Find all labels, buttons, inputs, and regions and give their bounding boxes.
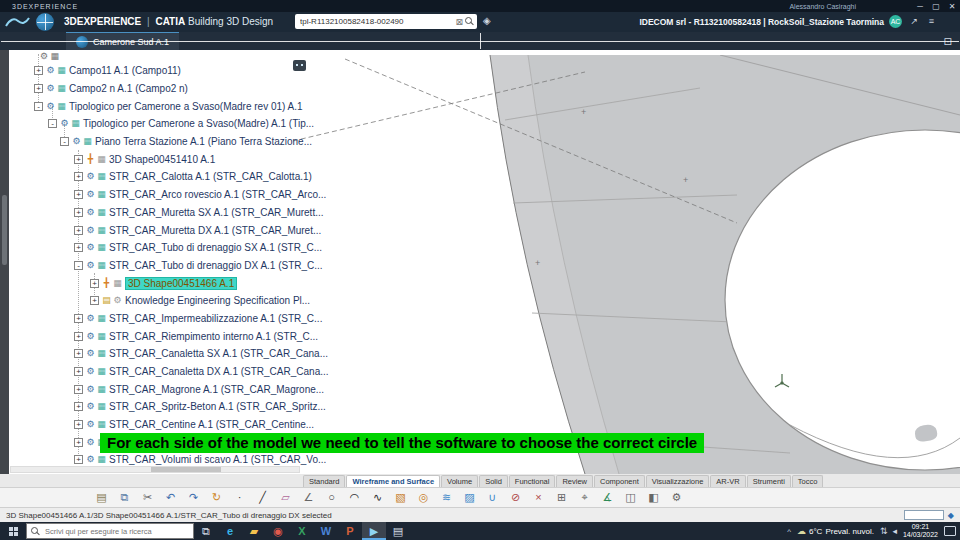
line-icon[interactable]: ╱ (251, 488, 274, 507)
weather-widget[interactable]: ☁ 6°C Preval. nuvol. (797, 526, 874, 536)
expand-toggle-icon[interactable]: - (34, 102, 43, 111)
section-icon[interactable]: ◫ (619, 488, 642, 507)
tree-item[interactable]: + ⚙ ▦ STR_CAR_Volumi di scavo A.1 (STR_C… (34, 451, 304, 469)
split-icon[interactable]: ⊘ (504, 488, 527, 507)
menu-icon[interactable]: ≡ (929, 16, 934, 26)
expand-toggle-icon[interactable]: - (60, 137, 69, 146)
expand-toggle-icon[interactable]: + (74, 349, 83, 358)
settings-icon[interactable]: ⚙ (665, 488, 688, 507)
render-mode-icon[interactable]: ◧ (642, 488, 665, 507)
tree-item[interactable]: + ⚙ ▦ Campo11 A.1 (Campo11) (34, 62, 304, 80)
tree-item[interactable]: + ⚙ ▦ STR_CAR_Riempimento interno A.1 (S… (34, 327, 304, 345)
grid-icon[interactable]: ⊞ (550, 488, 573, 507)
expand-toggle-icon[interactable]: - (74, 261, 83, 270)
hidden-icons-chevron[interactable]: ^ (787, 527, 791, 536)
compass-icon[interactable] (36, 13, 54, 31)
expand-toggle-icon[interactable]: + (74, 226, 83, 235)
tree-item[interactable]: + ⚙ ▦ STR_CAR_Canaletta SX A.1 (STR_CAR_… (34, 345, 304, 363)
circle-icon[interactable]: ○ (320, 488, 343, 507)
tree-item[interactable]: + ⚙ ▦ STR_CAR_Canaletta DX A.1 (STR_CAR_… (34, 363, 304, 381)
expand-toggle-icon[interactable]: + (74, 420, 83, 429)
scrollbar-thumb[interactable] (2, 195, 7, 265)
tree-item[interactable]: + ⚙ ▦ STR_CAR_Muretta DX A.1 (STR_CAR_Mu… (34, 221, 304, 239)
volume-icon[interactable]: ◂ (892, 526, 897, 536)
expand-toggle-icon[interactable]: + (74, 208, 83, 217)
status-helper-icon[interactable]: ◆ (948, 511, 954, 520)
tree-item[interactable]: - ⚙ ▦ STR_CAR_Tubo di drenaggio DX A.1 (… (34, 257, 304, 275)
update-icon[interactable]: ↻ (205, 488, 228, 507)
avatar[interactable]: AC (889, 15, 902, 28)
search-input[interactable] (298, 16, 453, 27)
trim-icon[interactable]: × (527, 488, 550, 507)
fill-icon[interactable]: ▨ (458, 488, 481, 507)
tree-item[interactable]: + ╋ ▦ 3D Shape00451410 A.1 (34, 150, 304, 168)
join-icon[interactable]: ∪ (481, 488, 504, 507)
expand-toggle-icon[interactable]: + (74, 332, 83, 341)
tab-camerone-sud[interactable]: Camerone Sud A.1 (66, 32, 179, 50)
workshop-tab-volume[interactable]: Volume (441, 475, 478, 487)
extrude-icon[interactable]: ▧ (389, 488, 412, 507)
start-button[interactable] (0, 522, 26, 540)
expand-toggle-icon[interactable]: + (74, 402, 83, 411)
workshop-tab-strumenti[interactable]: Strumenti (747, 475, 791, 487)
excel-icon[interactable]: X (290, 522, 314, 540)
tree-item[interactable]: - ⚙ ▦ Tipologico per Camerone a Svaso(Ma… (34, 115, 304, 133)
revolve-icon[interactable]: ◎ (412, 488, 435, 507)
spline-icon[interactable]: ∿ (366, 488, 389, 507)
workshop-tab-standard[interactable]: Standard (303, 475, 345, 487)
tree-item[interactable]: + ⚙ ▦ STR_CAR_Magrone A.1 (STR_CAR_Magro… (34, 380, 304, 398)
paste-icon[interactable]: ▤ (90, 488, 113, 507)
expand-toggle-icon[interactable]: + (74, 314, 83, 323)
expand-toggle-icon[interactable]: + (74, 385, 83, 394)
expand-toggle-icon[interactable]: + (74, 243, 83, 252)
tree-item[interactable]: + ⚙ ▦ STR_CAR_Spritz-Beton A.1 (STR_CAR_… (34, 398, 304, 416)
expand-toggle-icon[interactable]: + (74, 438, 83, 447)
tree-item[interactable]: + ⚙ ▦ STR_CAR_Impermeabilizzazione A.1 (… (34, 310, 304, 328)
workshop-tab-visualizzazione[interactable]: Visualizzazione (646, 475, 710, 487)
taskbar-search-input[interactable] (43, 526, 189, 537)
workshop-tab-wireframe-and-surface[interactable]: Wireframe and Surface (346, 475, 440, 487)
tree-item[interactable]: + ⚙ ▦ STR_CAR_Centine A.1 (STR_CAR_Centi… (34, 416, 304, 434)
file-explorer-icon[interactable]: ▰ (242, 522, 266, 540)
chrome-icon[interactable]: ◉ (266, 522, 290, 540)
point-icon[interactable]: · (228, 488, 251, 507)
left-scrollbar[interactable] (0, 50, 9, 507)
plane-icon[interactable]: ▱ (274, 488, 297, 507)
tree-item[interactable]: + ⚙ ▦ STR_CAR_Tubo di drenaggio SX A.1 (… (34, 239, 304, 257)
expand-toggle-icon[interactable]: + (74, 155, 83, 164)
expand-toggle-icon[interactable]: + (74, 190, 83, 199)
undo-icon[interactable]: ↶ (159, 488, 182, 507)
tree-item[interactable]: + ╋ ▦ 3D Shape00451466 A.1 (34, 274, 304, 292)
measure-icon[interactable]: ∡ (596, 488, 619, 507)
expand-toggle-icon[interactable]: + (34, 66, 43, 75)
expand-toggle-icon[interactable]: + (34, 84, 43, 93)
tree-item[interactable]: + ⚙ ▦ STR_CAR_Muretta SX A.1 (STR_CAR_Mu… (34, 204, 304, 222)
arc-icon[interactable]: ◠ (343, 488, 366, 507)
minimize-button[interactable]: ─ (912, 2, 928, 11)
sweep-icon[interactable]: ≋ (435, 488, 458, 507)
tree-item[interactable]: + ⚙ ▦ STR_CAR_Arco rovescio A.1 (STR_CAR… (34, 186, 304, 204)
sync-icon[interactable]: ⇅ (880, 526, 888, 536)
taskbar-clock[interactable]: 09:21 14/03/2022 (903, 523, 938, 539)
cut-icon[interactable]: ✂ (136, 488, 159, 507)
word-icon[interactable]: W (314, 522, 338, 540)
workshop-tab-tocco[interactable]: Tocco (792, 475, 824, 487)
workshop-tab-solid[interactable]: Solid (479, 475, 508, 487)
tree-item[interactable]: - ⚙ ▦ Tipologico per Camerone a Svaso(Ma… (34, 97, 304, 115)
expand-toggle-icon[interactable]: - (48, 119, 57, 128)
expand-toggle-icon[interactable]: + (74, 455, 83, 464)
expand-toggle-icon[interactable]: + (74, 367, 83, 376)
copy-icon[interactable]: ⧉ (113, 488, 136, 507)
close-button[interactable]: ✕ (944, 2, 960, 11)
tree-item[interactable]: + ⚙ ▦ STR_CAR_Calotta A.1 (STR_CAR_Calot… (34, 168, 304, 186)
clear-search-icon[interactable]: ⊠ (455, 17, 463, 27)
tree-item[interactable]: - ⚙ ▦ Piano Terra Stazione A.1 (Piano Te… (34, 133, 304, 151)
action-center-icon[interactable] (944, 526, 956, 536)
snap-icon[interactable]: ⌖ (573, 488, 596, 507)
search-icon[interactable] (465, 17, 474, 26)
workshop-tab-ar-vr[interactable]: AR-VR (710, 475, 745, 487)
power-input-field[interactable] (904, 510, 944, 520)
3dexperience-app-icon[interactable]: ▶ (362, 522, 386, 540)
expand-toggle-icon[interactable]: + (90, 279, 99, 288)
redo-icon[interactable]: ↷ (182, 488, 205, 507)
